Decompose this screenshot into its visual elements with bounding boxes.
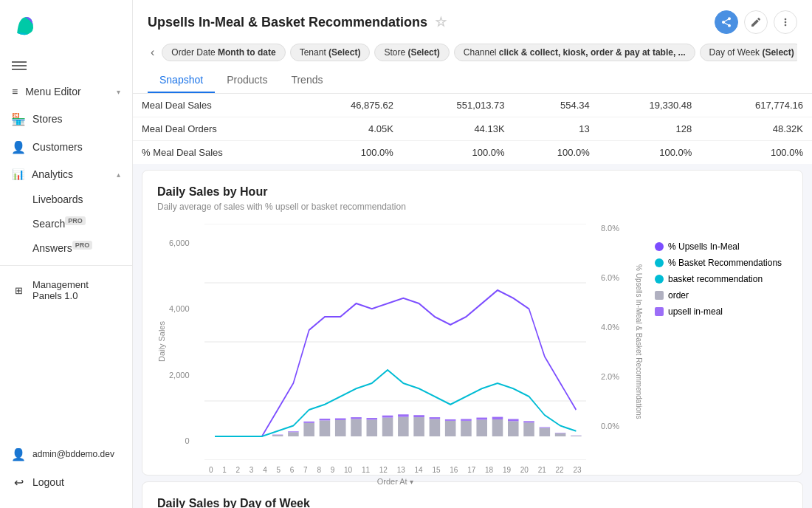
pro-badge: PRO [65,216,86,225]
logout-icon: ↩ [12,476,25,489]
analytics-icon: 📊 [12,168,24,180]
legend-label: upsell in-meal [668,306,723,317]
sidebar-item-management-panels[interactable]: ⊞ Management Panels 1.0 [0,272,132,309]
legend-label: order [668,290,689,301]
y-right-tick: 0.0% [601,422,619,430]
table-cell: 554.34 [514,94,599,117]
svg-rect-5 [272,435,283,436]
logo [0,0,132,53]
table-row: Meal Deal Sales 46,875.62 551,013.73 554… [133,94,812,117]
hamburger-menu[interactable] [0,53,132,78]
customers-icon: 👤 [12,140,25,154]
table-cell: 46,875.62 [300,94,402,117]
sidebar-item-stores[interactable]: 🏪 Stores [0,105,132,133]
legend-item-upsells-inmeal: % Upsells In-Meal [655,241,788,252]
legend-color [655,242,664,251]
legend-color [655,258,664,267]
svg-rect-32 [476,418,487,420]
tab-products[interactable]: Products [215,68,279,93]
tab-snapshot[interactable]: Snapshot [148,68,215,93]
legend-color [655,291,664,300]
svg-rect-11 [319,420,330,436]
content-area: Meal Deal Sales 46,875.62 551,013.73 554… [133,94,812,508]
svg-rect-16 [351,417,362,419]
svg-rect-9 [303,423,314,436]
legend-item-basket-rec: % Basket Recommendations [655,258,788,268]
admin-icon: 👤 [12,447,25,461]
svg-rect-41 [554,433,565,436]
filter-day-of-week[interactable]: Day of Week (Select) [700,44,797,61]
table-cell: 48.32K [701,117,812,141]
svg-rect-10 [303,422,314,423]
svg-rect-28 [444,419,455,421]
sidebar-item-menu-editor[interactable]: ≡ Menu Editor ▾ [0,78,132,105]
sidebar-item-label: Customers [32,141,120,153]
table-cell: 100.0% [599,141,701,165]
sidebar-item-label: Analytics [32,168,73,180]
filter-nav-left[interactable]: ‹ [148,43,157,62]
tab-bar: Snapshot Products Trends [148,68,797,93]
sidebar-item-admin[interactable]: 👤 admin@bddemo.dev [0,440,132,468]
legend-label: basket recommendation [668,274,763,284]
legend-color [655,307,664,316]
table-cell: % Meal Deal Sales [133,141,300,165]
table-cell: Meal Deal Orders [133,117,300,141]
legend-item-order: order [655,290,788,301]
table-cell: 19,330.48 [599,94,701,117]
svg-rect-43 [571,436,582,436]
svg-rect-20 [382,416,393,418]
y-right-tick: 6.0% [601,273,619,282]
legend-color [655,275,664,284]
chart-subtitle: Daily average of sales with % upsell or … [157,202,788,212]
page-title: Upsells In-Meal & Basket Recommendations… [148,14,447,30]
sidebar-item-customers[interactable]: 👤 Customers [0,133,132,161]
table-cell: Meal Deal Sales [133,94,300,117]
svg-rect-40 [539,428,550,428]
legend-item-basket: basket recommendation [655,274,788,284]
sidebar-item-label: Stores [32,113,120,125]
y-right-tick: 8.0% [601,224,619,233]
filter-channel[interactable]: Channel click & collect, kiosk, order & … [454,44,695,61]
sidebar-item-logout[interactable]: ↩ Logout [0,468,132,496]
svg-rect-27 [444,421,455,436]
legend-label: % Basket Recommendations [668,258,782,268]
svg-rect-13 [334,420,345,436]
sidebar: ≡ Menu Editor ▾ 🏪 Stores 👤 Customers 📊 A… [0,0,133,508]
share-button[interactable] [715,10,738,34]
svg-rect-26 [429,417,440,419]
more-options-button[interactable] [774,10,797,34]
favorite-icon[interactable]: ☆ [435,14,447,30]
admin-label: admin@bddemo.dev [32,449,120,459]
svg-rect-33 [492,419,503,436]
x-axis: 01234567891011121314151617181920212223 [204,466,586,474]
svg-rect-22 [398,414,409,416]
sidebar-item-liveboards[interactable]: Liveboards [0,188,132,211]
sidebar-item-search[interactable]: SearchPRO [0,211,132,236]
table-cell: 100.0% [300,141,402,165]
divider [0,265,132,266]
svg-rect-39 [539,428,550,436]
svg-rect-19 [382,418,393,436]
svg-rect-14 [334,419,345,420]
sidebar-item-analytics[interactable]: 📊 Analytics ▴ [0,161,132,188]
chart-legend: % Upsells In-Meal % Basket Recommendatio… [655,224,788,460]
filter-tenant[interactable]: Tenant (Select) [290,44,371,61]
edit-button[interactable] [744,10,768,34]
svg-rect-8 [288,431,299,432]
filter-store[interactable]: Store (Select) [374,44,449,61]
chart-title: Daily Sales by Hour [157,185,788,199]
tab-trends[interactable]: Trends [279,68,334,93]
chart-title: Daily Sales by Day of Week [157,497,788,508]
header: Upsells In-Meal & Basket Recommendations… [133,0,812,94]
filter-order-date[interactable]: Order Date Month to date [162,44,285,61]
svg-rect-25 [429,419,440,436]
y-axis-right-label: % Upsells In-Meal & Basket Recommendatio… [633,224,643,460]
legend-label: % Upsells In-Meal [668,241,740,252]
chart-container: Daily Sales 6,000 4,000 2,000 0 [157,224,788,460]
chart-daily-sales-hour: Daily Sales by Hour Daily average of sal… [142,170,803,476]
y-tick: 0 [169,436,190,445]
table-cell: 4.05K [300,117,402,141]
pro-badge-answers: PRO [72,241,93,250]
table-cell: 13 [514,117,599,141]
sidebar-item-answers[interactable]: AnswersPRO [0,236,132,260]
